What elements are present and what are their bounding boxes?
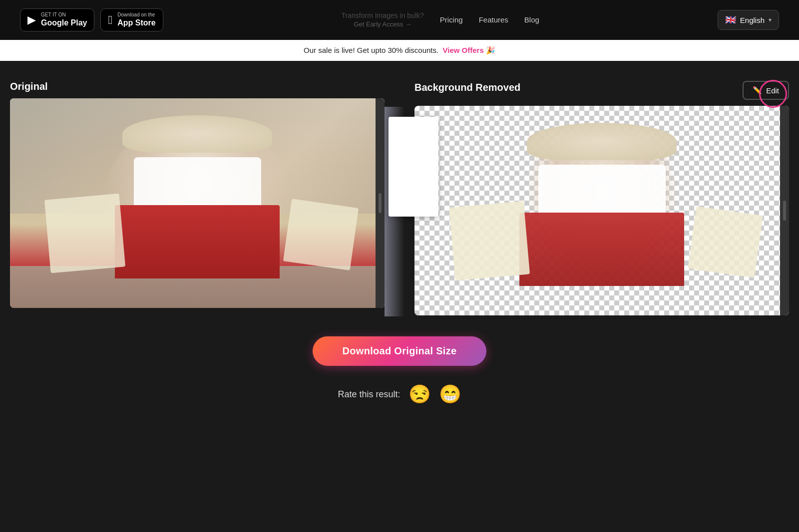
early-access-link[interactable]: Get Early Access → [354,20,411,29]
processed-label: Background Removed [414,82,520,93]
original-image-container [10,98,385,308]
app-store-bottom-text: App Store [117,18,155,27]
good-rating-button[interactable]: 😁 [439,384,461,405]
download-button[interactable]: Download Original Size [313,336,487,366]
language-label: English [740,16,765,24]
google-play-text: GET IT ON Google Play [41,12,87,27]
nav-left: ▶ GET IT ON Google Play  Download on th… [20,8,163,31]
original-label: Original [10,81,385,92]
google-play-badge[interactable]: ▶ GET IT ON Google Play [20,8,94,31]
bulk-text: Transform Images in bulk? [342,11,424,20]
features-link[interactable]: Features [479,15,508,24]
transition-zone [385,107,414,316]
original-panel: Original [10,81,385,308]
main-content: Original [0,61,799,425]
flag-icon: 🇬🇧 [725,14,736,25]
google-play-icon: ▶ [27,13,36,26]
floating-action-button[interactable] [759,80,787,108]
app-store-text: Download on the App Store [117,12,155,27]
right-handle [780,106,789,315]
original-image [10,98,385,308]
download-section: Download Original Size [10,336,789,366]
images-row: Original [10,81,789,316]
sale-banner: Our sale is live! Get upto 30% discounts… [0,40,799,61]
chevron-down-icon: ▾ [769,16,772,23]
processed-image [414,106,789,315]
blog-link[interactable]: Blog [524,15,539,24]
processed-header: Background Removed ✏️ Edit [414,81,789,100]
processed-image-container [414,106,789,315]
pricing-link[interactable]: Pricing [440,15,463,24]
bulk-promo: Transform Images in bulk? Get Early Acce… [342,11,424,28]
google-play-bottom-text: Google Play [41,18,87,27]
processed-panel: Background Removed ✏️ Edit [414,81,789,315]
rating-label: Rate this result: [338,389,400,400]
app-store-top-text: Download on the [117,12,155,18]
language-selector[interactable]: 🇬🇧 English ▾ [718,10,779,30]
google-play-top-text: GET IT ON [41,12,87,18]
rating-section: Rate this result: 😒 😁 [10,384,789,405]
app-store-badge[interactable]:  Download on the App Store [100,8,163,31]
nav-right: 🇬🇧 English ▾ [718,10,779,30]
sale-text: Our sale is live! Get upto 30% discounts… [304,46,438,54]
apple-icon:  [108,13,112,27]
bad-rating-button[interactable]: 😒 [408,384,431,405]
view-offers-link[interactable]: View Offers 🎉 [443,46,495,54]
nav-center: Transform Images in bulk? Get Early Acce… [342,11,539,28]
top-navigation: ▶ GET IT ON Google Play  Download on th… [0,0,799,40]
